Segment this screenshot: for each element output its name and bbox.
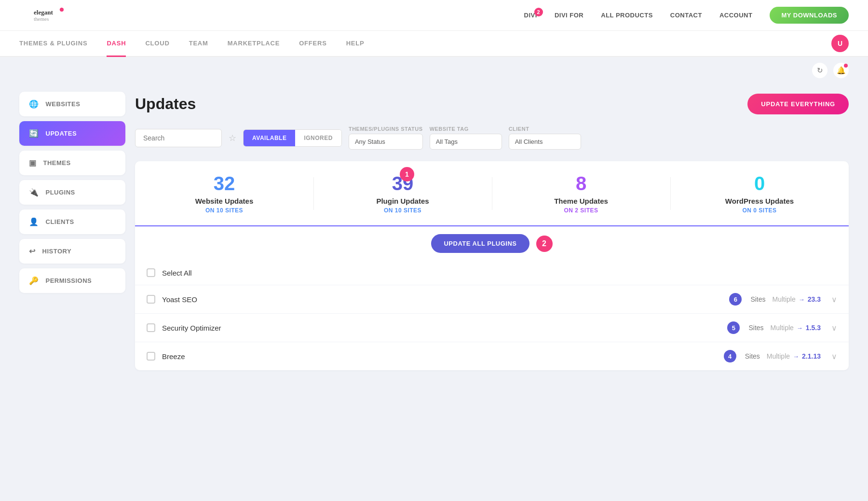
update-bar-inner: UPDATE ALL PLUGINS 2 xyxy=(431,234,552,253)
plugin-chevron-0[interactable]: ∨ xyxy=(831,295,837,304)
stat-sub-wordpress: ON 0 SITES xyxy=(680,207,839,214)
page-title: Updates xyxy=(135,95,196,113)
svg-text:elegant: elegant xyxy=(34,9,53,16)
plugin-chevron-2[interactable]: ∨ xyxy=(831,352,837,361)
stat-label-plugins: Plugin Updates xyxy=(323,197,482,205)
update-everything-button[interactable]: UPDATE EVERYTHING xyxy=(747,94,849,114)
plugin-version-arrow-1: → xyxy=(797,324,803,332)
star-icon[interactable]: ☆ xyxy=(229,133,236,143)
sec-nav-cloud[interactable]: CLOUD xyxy=(145,31,169,57)
plugin-sites-label-2: Sites xyxy=(745,352,760,360)
tab-ignored[interactable]: IGNORED xyxy=(295,130,341,146)
sidebar-item-history[interactable]: ↩ HISTORY xyxy=(19,239,125,264)
svg-point-2 xyxy=(60,8,64,12)
main-layout: 🌐 WEBSITES 🔄 UPDATES ▣ THEMES 🔌 PLUGINS … xyxy=(0,84,868,501)
history-icon: ↩ xyxy=(29,247,36,256)
stat-number-wordpress: 0 xyxy=(680,173,839,194)
client-filter-label: CLIENT xyxy=(509,126,581,132)
plugin-version-new-0: 23.3 xyxy=(808,295,821,303)
client-filter-group: CLIENT All Clients xyxy=(509,126,581,150)
sec-nav-dash[interactable]: DASH xyxy=(107,31,126,57)
plugin-version-current-1: Multiple xyxy=(771,324,794,332)
stat-website-updates: 32 Website Updates ON 10 SITES xyxy=(135,173,313,214)
tab-available[interactable]: AVAILABLE xyxy=(244,130,295,146)
stat-plugin-updates: 1 39 Plugin Updates ON 10 SITES xyxy=(313,173,492,214)
plugin-version-arrow-0: → xyxy=(799,296,805,303)
nav-link-divi-for[interactable]: DIVI FOR xyxy=(555,12,583,19)
globe-icon: 🌐 xyxy=(29,99,39,109)
plugin-chevron-1[interactable]: ∨ xyxy=(831,323,837,333)
top-nav-links: DIVI 2 DIVI FOR ALL PRODUCTS CONTACT ACC… xyxy=(524,7,849,24)
top-navigation: elegant themes DIVI 2 DIVI FOR ALL PRODU… xyxy=(0,0,868,31)
divi-badge: 2 xyxy=(534,8,543,16)
sec-nav-themes-plugins[interactable]: THEMES & PLUGINS xyxy=(19,31,87,57)
update-all-plugins-button[interactable]: UPDATE ALL PLUGINS xyxy=(431,234,529,253)
sec-nav-team[interactable]: TEAM xyxy=(189,31,208,57)
plugin-name-2: Breeze xyxy=(162,352,717,361)
content-area: Updates UPDATE EVERYTHING ☆ AVAILABLE IG… xyxy=(135,84,849,488)
plugin-name-1: Security Optimizer xyxy=(162,324,720,332)
plugin-checkbox-0[interactable] xyxy=(147,295,155,304)
client-filter-select[interactable]: All Clients xyxy=(509,134,581,150)
tag-filter-select[interactable]: All Tags xyxy=(430,134,502,150)
sidebar-label-clients: CLIENTS xyxy=(46,218,74,225)
plugin-version-0: Multiple → 23.3 xyxy=(773,295,821,303)
updates-icon: 🔄 xyxy=(29,129,39,138)
user-avatar[interactable]: U xyxy=(831,35,849,52)
main-content-card: 32 Website Updates ON 10 SITES 1 39 Plug… xyxy=(135,161,849,370)
plugin-sites-badge-2: 4 xyxy=(724,350,736,362)
sidebar: 🌐 WEBSITES 🔄 UPDATES ▣ THEMES 🔌 PLUGINS … xyxy=(19,84,125,488)
refresh-button[interactable]: ↻ xyxy=(812,63,827,78)
stat-sub-websites: ON 10 SITES xyxy=(145,207,304,214)
tab-group: AVAILABLE IGNORED xyxy=(243,129,342,147)
select-all-checkbox[interactable] xyxy=(147,268,155,277)
sidebar-item-websites[interactable]: 🌐 WEBSITES xyxy=(19,92,125,116)
nav-link-divi[interactable]: DIVI 2 xyxy=(524,12,537,19)
content-header: Updates UPDATE EVERYTHING xyxy=(135,94,849,114)
clients-icon: 👤 xyxy=(29,217,39,226)
plugin-row-1: Security Optimizer 5 Sites Multiple → 1.… xyxy=(135,314,849,342)
my-downloads-button[interactable]: MY DOWNLOADS xyxy=(770,7,849,24)
stat-label-wordpress: WordPress Updates xyxy=(680,197,839,205)
svg-text:themes: themes xyxy=(34,16,49,22)
notification-dot xyxy=(844,64,848,68)
plugin-sites-badge-0: 6 xyxy=(729,293,742,306)
nav-link-all-products[interactable]: ALL PRODUCTS xyxy=(601,12,653,19)
sidebar-label-updates: UPDATES xyxy=(46,130,77,137)
stat-label-websites: Website Updates xyxy=(145,197,304,205)
stat-theme-updates: 8 Theme Updates ON 2 SITES xyxy=(492,173,670,214)
plugin-checkbox-2[interactable] xyxy=(147,352,155,361)
sidebar-item-permissions[interactable]: 🔑 PERMISSIONS xyxy=(19,268,125,293)
sec-nav-help[interactable]: HELP xyxy=(346,31,365,57)
update-bar: UPDATE ALL PLUGINS 2 xyxy=(135,225,849,261)
plugin-version-current-0: Multiple xyxy=(773,295,796,303)
tag-filter-label: WEBSITE TAG xyxy=(430,126,502,132)
select-all-row: Select All xyxy=(135,261,849,285)
nav-link-contact[interactable]: CONTACT xyxy=(670,12,702,19)
notification-button[interactable]: 🔔 xyxy=(833,63,849,78)
action-bar: ↻ 🔔 xyxy=(0,57,868,84)
sidebar-item-clients[interactable]: 👤 CLIENTS xyxy=(19,209,125,234)
plugin-version-1: Multiple → 1.5.3 xyxy=(771,324,821,332)
sidebar-label-themes: THEMES xyxy=(43,159,71,167)
stat-badge-plugins: 1 xyxy=(400,167,414,181)
sidebar-item-plugins[interactable]: 🔌 PLUGINS xyxy=(19,180,125,205)
nav-link-account[interactable]: ACCOUNT xyxy=(719,12,753,19)
search-input[interactable] xyxy=(135,129,222,147)
plugin-version-arrow-2: → xyxy=(793,353,799,360)
logo-svg: elegant themes xyxy=(19,6,72,25)
plugins-icon: 🔌 xyxy=(29,188,39,197)
sidebar-item-themes[interactable]: ▣ THEMES xyxy=(19,151,125,175)
permissions-icon: 🔑 xyxy=(29,276,39,285)
sidebar-item-updates[interactable]: 🔄 UPDATES xyxy=(19,121,125,146)
plugin-version-new-2: 2.1.13 xyxy=(802,352,821,360)
status-filter-select[interactable]: Any Status xyxy=(349,134,423,150)
stat-label-themes: Theme Updates xyxy=(502,197,661,205)
refresh-icon: ↻ xyxy=(817,66,823,75)
plugin-version-2: Multiple → 2.1.13 xyxy=(767,352,821,360)
logo[interactable]: elegant themes xyxy=(19,6,72,25)
bell-icon: 🔔 xyxy=(837,66,846,75)
plugin-checkbox-1[interactable] xyxy=(147,323,155,332)
sec-nav-offers[interactable]: OFFERS xyxy=(299,31,327,57)
sec-nav-marketplace[interactable]: MARKETPLACE xyxy=(228,31,280,57)
